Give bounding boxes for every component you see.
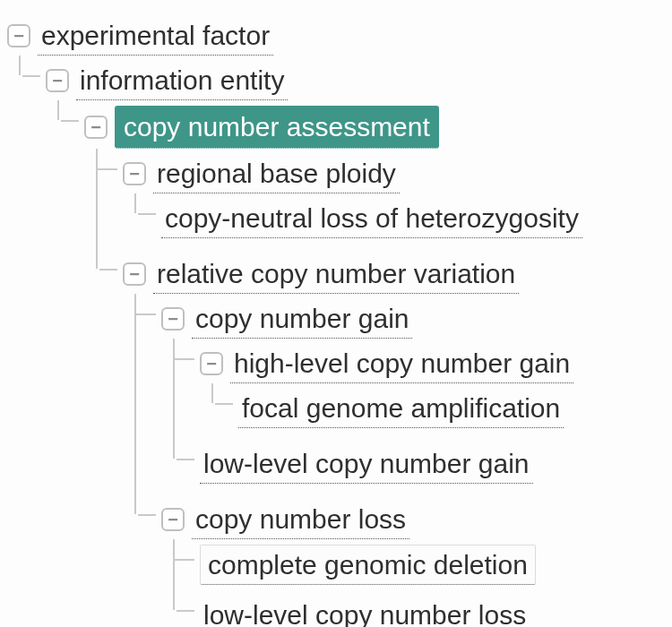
tree-item-information-entity: −information entity−copy number assessme… xyxy=(46,56,665,627)
tree-row: low-level copy number loss xyxy=(200,596,665,627)
tree-row: complete genomic deletion xyxy=(200,545,665,585)
tree-item-high-level-copy-number-gain: −high-level copy number gainfocal genome… xyxy=(200,339,665,439)
tree-children: −copy number gain−high-level copy number… xyxy=(134,294,665,627)
tree-row: −information entity xyxy=(46,61,665,100)
collapse-toggle-icon[interactable]: − xyxy=(161,508,185,531)
tree-label[interactable]: low-level copy number gain xyxy=(200,444,533,484)
tree-item-experimental-factor: −experimental factor−information entity−… xyxy=(7,11,665,627)
tree-label[interactable]: information entity xyxy=(76,61,288,100)
tree-label[interactable]: complete genomic deletion xyxy=(200,545,536,585)
tree-row: −copy number gain xyxy=(161,299,665,339)
collapse-toggle-icon[interactable]: − xyxy=(200,352,223,375)
collapse-toggle-icon[interactable]: − xyxy=(7,24,30,47)
tree-children: complete genomic deletionlow-level copy … xyxy=(173,539,665,627)
collapse-toggle-icon[interactable]: − xyxy=(84,116,108,139)
tree-label[interactable]: high-level copy number gain xyxy=(230,344,573,383)
tree-row: focal genome amplification xyxy=(238,389,665,428)
tree-item-relative-copy-number-variation: −relative copy number variation−copy num… xyxy=(123,249,665,627)
tree-row: −regional base ploidy xyxy=(123,154,665,193)
tree-label[interactable]: copy number gain xyxy=(192,299,412,339)
tree-label[interactable]: copy-neutral loss of heterozygosity xyxy=(161,199,582,238)
tree-row: low-level copy number gain xyxy=(200,444,665,484)
tree-children: −information entity−copy number assessme… xyxy=(19,56,665,627)
tree-label[interactable]: copy number assessment xyxy=(115,106,439,149)
collapse-toggle-icon[interactable]: − xyxy=(123,162,146,185)
tree-label[interactable]: experimental factor xyxy=(38,16,273,56)
tree-item-regional-base-ploidy: −regional base ploidycopy-neutral loss o… xyxy=(123,149,665,249)
tree-item-copy-number-assessment: −copy number assessment−regional base pl… xyxy=(84,100,665,627)
collapse-toggle-icon[interactable]: − xyxy=(46,69,69,92)
tree-row: −copy number assessment xyxy=(84,106,665,149)
tree-children: copy-neutral loss of heterozygosity xyxy=(134,193,665,244)
tree-item-copy-number-loss: −copy number losscomplete genomic deleti… xyxy=(161,494,665,627)
tree-item-complete-genomic-deletion: complete genomic deletion xyxy=(200,539,665,590)
tree-children: −copy number assessment−regional base pl… xyxy=(57,100,665,627)
tree-item-copy-number-gain: −copy number gain−high-level copy number… xyxy=(161,294,665,494)
tree-label[interactable]: focal genome amplification xyxy=(238,389,564,428)
tree-children: focal genome amplification xyxy=(211,383,665,434)
tree-row: −relative copy number variation xyxy=(123,254,665,294)
tree-children: −high-level copy number gainfocal genome… xyxy=(173,339,665,489)
collapse-toggle-icon[interactable]: − xyxy=(123,262,146,286)
tree-label[interactable]: low-level copy number loss xyxy=(200,596,530,627)
tree-row: copy-neutral loss of heterozygosity xyxy=(161,199,665,238)
tree-row: −copy number loss xyxy=(161,500,665,539)
ontology-tree: −experimental factor−information entity−… xyxy=(7,11,665,627)
tree-children: −regional base ploidycopy-neutral loss o… xyxy=(96,149,665,627)
collapse-toggle-icon[interactable]: − xyxy=(161,307,185,331)
tree-item-low-level-copy-number-gain: low-level copy number gain xyxy=(200,439,665,489)
tree-item-low-level-copy-number-loss: low-level copy number loss xyxy=(200,590,665,627)
tree-item-copy-neutral-loss-of-heterozygosity: copy-neutral loss of heterozygosity xyxy=(161,193,665,244)
tree-row: −high-level copy number gain xyxy=(200,344,665,383)
tree-label[interactable]: relative copy number variation xyxy=(153,254,519,294)
tree-label[interactable]: regional base ploidy xyxy=(153,154,400,193)
tree-item-focal-genome-amplification: focal genome amplification xyxy=(238,383,665,434)
tree-row: −experimental factor xyxy=(7,16,665,56)
tree-label[interactable]: copy number loss xyxy=(192,500,409,539)
